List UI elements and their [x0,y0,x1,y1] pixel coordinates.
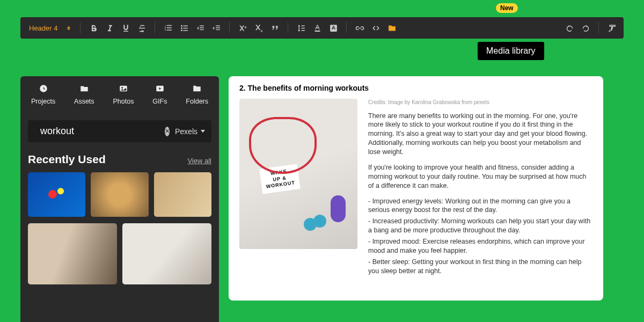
article-bullet: - Improved energy levels: Working out in… [368,197,592,215]
editor-content[interactable]: 2. The benefits of morning workouts Cred… [229,76,603,301]
clear-search-button[interactable] [165,127,170,136]
ordered-list-button[interactable] [160,20,175,35]
media-tabs: Projects Assets Photos GIFs Folders [28,84,211,111]
article-bullet: - Increased productivity: Morning workou… [368,217,592,235]
recent-thumb[interactable] [28,172,85,217]
clear-format-button[interactable] [604,20,619,35]
toolbar-divider [155,23,155,33]
article-paragraph: There are many benefits to working out i… [368,112,592,157]
tab-label: GIFs [152,98,167,105]
media-library-tooltip: Media library [478,42,544,60]
quote-button[interactable] [267,20,282,35]
toolbar-divider [598,23,599,33]
outdent-button[interactable] [193,20,208,35]
new-badge: New [496,3,518,13]
view-all-link[interactable]: View all [187,157,211,165]
tab-label: Folders [186,98,208,105]
superscript-button[interactable] [235,20,250,35]
undo-button[interactable] [562,20,577,35]
tab-label: Projects [31,98,55,105]
italic-button[interactable] [102,20,117,35]
tab-assets[interactable]: Assets [74,84,94,105]
media-library-button[interactable] [384,20,399,35]
chevron-down-icon [201,130,205,133]
code-button[interactable] [368,20,383,35]
source-select[interactable]: Pexels [175,127,205,136]
recent-thumb[interactable] [154,172,211,217]
heading-select-label: Header 4 [29,24,57,32]
toolbar-divider [346,23,347,33]
article-body: Credits: Image by Karolina Grabowska fro… [368,99,592,278]
media-sidebar: Projects Assets Photos GIFs Folders Pexe… [20,76,219,322]
tab-gifs[interactable]: GIFs [152,84,167,105]
recent-thumb[interactable] [91,172,148,217]
highlight-button[interactable] [326,20,341,35]
article-bullet: - Better sleep: Getting your workout in … [368,258,592,276]
recently-used-title: Recently Used [28,153,106,166]
svg-point-0 [181,25,182,26]
article-bullet: - Improved mood: Exercise releases endor… [368,237,592,255]
unordered-list-button[interactable] [177,20,192,35]
toolbar-divider [229,23,230,33]
tab-folders[interactable]: Folders [186,84,208,105]
indent-button[interactable] [209,20,224,35]
article-paragraph: If you're looking to improve your health… [368,163,592,191]
heading-select[interactable]: Header 4 [25,22,75,34]
svg-point-1 [181,27,182,29]
search-row: Pexels [28,120,211,142]
toolbar-divider [80,23,80,33]
recent-thumb[interactable] [28,223,117,284]
strikethrough-button[interactable] [134,20,149,35]
search-icon [34,127,35,136]
tab-label: Assets [74,98,94,105]
text-color-button[interactable] [310,20,325,35]
line-height-button[interactable] [294,20,309,35]
link-button[interactable] [352,20,367,35]
recent-thumb[interactable] [122,223,211,284]
chevron-updown-icon [67,26,70,30]
underline-button[interactable] [118,20,133,35]
search-input[interactable] [40,126,165,137]
bold-button[interactable] [86,20,101,35]
editor-toolbar: Header 4 [20,17,624,39]
tab-photos[interactable]: Photos [113,84,134,105]
article-heading: 2. The benefits of morning workouts [239,84,592,92]
source-label: Pexels [175,127,197,136]
image-credits: Credits: Image by Karolina Grabowska fro… [368,99,592,106]
article-image[interactable] [239,99,357,249]
tab-projects[interactable]: Projects [31,84,55,105]
toolbar-divider [288,23,288,33]
tab-label: Photos [113,98,134,105]
redo-button[interactable] [578,20,593,35]
subscript-button[interactable] [251,20,266,35]
svg-point-6 [121,87,123,89]
svg-point-2 [181,30,182,31]
